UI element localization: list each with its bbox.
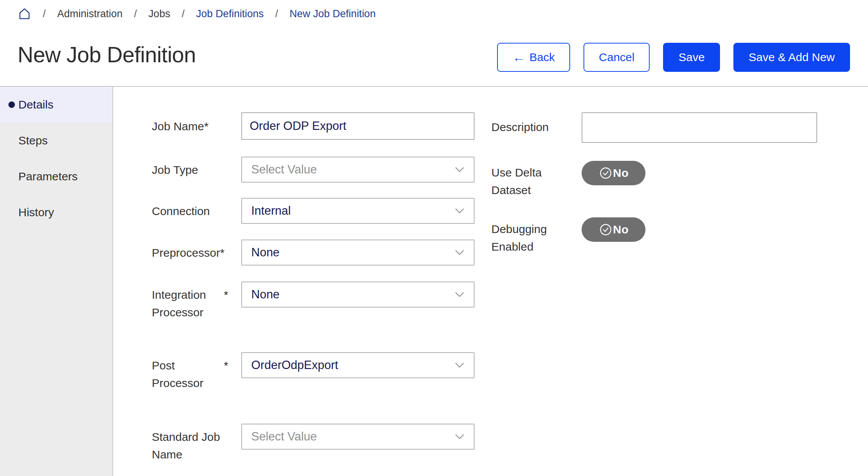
sidebar-item-steps[interactable]: Steps <box>0 123 112 159</box>
cancel-button[interactable]: Cancel <box>584 43 650 72</box>
toggle-value: No <box>613 223 629 236</box>
job-name-row: Job Name* <box>152 112 475 140</box>
chevron-down-icon <box>455 291 465 298</box>
description-row: Description <box>491 112 817 144</box>
sidebar: Details Steps Parameters History <box>0 87 113 476</box>
connection-select[interactable]: Internal <box>241 198 475 224</box>
integration-processor-select[interactable]: None <box>241 282 475 308</box>
required-asterisk: * <box>204 120 209 133</box>
breadcrumb-new-job-definition[interactable]: New Job Definition <box>289 8 375 20</box>
sidebar-item-label: History <box>18 206 54 219</box>
integration-processor-row: Integration* Processor None <box>152 282 475 321</box>
page-title: New Job Definition <box>18 42 196 67</box>
cancel-button-label: Cancel <box>599 51 634 64</box>
back-button[interactable]: ← Back <box>497 43 570 72</box>
debugging-enabled-label: Debugging Enabled <box>491 217 582 256</box>
required-asterisk: * <box>224 286 228 304</box>
connection-row: Connection Internal <box>152 198 475 224</box>
post-processor-label: Post* Processor <box>152 352 241 392</box>
sidebar-item-label: Details <box>18 98 54 111</box>
use-delta-dataset-row: Use Delta Dataset No <box>491 161 817 199</box>
form-left-column: Job Name* Job Type Select Value <box>152 112 475 476</box>
back-button-label: Back <box>529 51 555 64</box>
breadcrumb-jobs[interactable]: Jobs <box>148 8 170 20</box>
breadcrumb-separator: / <box>43 8 46 20</box>
details-form: Job Name* Job Type Select Value <box>114 87 868 476</box>
header-actions: ← Back Cancel Save Save & Add New <box>497 43 850 72</box>
chevron-down-icon <box>455 208 465 214</box>
integration-processor-label: Integration* Processor <box>152 282 241 321</box>
connection-label: Connection <box>152 198 241 220</box>
job-name-label: Job Name* <box>152 112 241 135</box>
post-processor-select[interactable]: OrderOdpExport <box>241 352 475 378</box>
save-button-label: Save <box>678 51 704 64</box>
job-type-label: Job Type <box>152 157 241 179</box>
integration-processor-value: None <box>251 288 280 301</box>
breadcrumb: / Administration / Jobs / Job Definition… <box>18 7 375 21</box>
chevron-down-icon <box>455 362 465 368</box>
breadcrumb-job-definitions[interactable]: Job Definitions <box>196 8 264 20</box>
chevron-down-icon <box>455 167 465 173</box>
standard-job-name-label: Standard Job Name <box>152 424 241 463</box>
save-button[interactable]: Save <box>663 43 720 72</box>
job-type-row: Job Type Select Value <box>152 157 475 183</box>
sidebar-item-details[interactable]: Details <box>0 87 112 123</box>
form-right-column: Description Use Delta Dataset <box>491 112 817 476</box>
save-add-new-button[interactable]: Save & Add New <box>733 43 850 72</box>
preprocessor-value: None <box>251 246 280 259</box>
job-type-select[interactable]: Select Value <box>241 157 475 183</box>
check-circle-icon <box>598 166 613 180</box>
sidebar-item-label: Steps <box>18 134 48 147</box>
connection-value: Internal <box>251 204 291 218</box>
debugging-enabled-row: Debugging Enabled No <box>491 217 817 256</box>
preprocessor-row: Preprocessor* None <box>152 240 475 266</box>
job-name-input[interactable] <box>241 112 475 140</box>
sidebar-item-history[interactable]: History <box>0 194 112 230</box>
save-add-new-button-label: Save & Add New <box>749 51 835 64</box>
sidebar-item-label: Parameters <box>18 170 78 183</box>
standard-job-name-placeholder: Select Value <box>251 430 317 444</box>
sidebar-item-parameters[interactable]: Parameters <box>0 159 112 194</box>
debugging-enabled-toggle[interactable]: No <box>582 217 645 242</box>
job-type-placeholder: Select Value <box>251 163 317 176</box>
toggle-value: No <box>613 167 629 180</box>
description-label: Description <box>491 112 582 136</box>
use-delta-dataset-toggle[interactable]: No <box>582 161 645 185</box>
new-job-definition-page: / Administration / Jobs / Job Definition… <box>0 0 868 476</box>
chevron-down-icon <box>455 249 465 256</box>
preprocessor-select[interactable]: None <box>241 240 475 266</box>
description-input[interactable] <box>582 112 817 143</box>
standard-job-name-row: Standard Job Name Select Value <box>152 424 475 463</box>
chevron-down-icon <box>455 434 465 440</box>
breadcrumb-separator: / <box>275 8 278 20</box>
breadcrumb-administration[interactable]: Administration <box>57 8 123 20</box>
post-processor-value: OrderOdpExport <box>251 358 338 372</box>
back-arrow-icon: ← <box>512 51 525 63</box>
breadcrumb-separator: / <box>182 8 185 20</box>
breadcrumb-separator: / <box>134 8 137 20</box>
check-circle-icon <box>598 222 613 237</box>
home-icon[interactable] <box>18 7 31 21</box>
use-delta-dataset-label: Use Delta Dataset <box>491 161 582 199</box>
required-asterisk: * <box>220 246 224 259</box>
required-asterisk: * <box>224 357 228 374</box>
post-processor-row: Post* Processor OrderOdpExport <box>152 352 475 392</box>
preprocessor-label: Preprocessor* <box>152 240 241 262</box>
active-bullet-icon <box>8 102 15 108</box>
standard-job-name-select[interactable]: Select Value <box>241 424 475 450</box>
